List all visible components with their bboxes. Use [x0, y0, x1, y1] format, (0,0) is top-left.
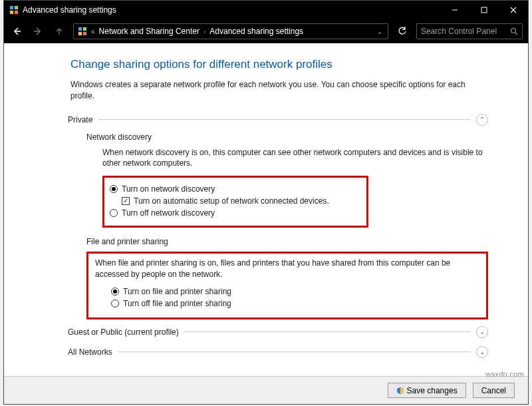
- breadcrumb-item[interactable]: Network and Sharing Center: [99, 27, 200, 36]
- expand-icon[interactable]: ⌄: [476, 346, 488, 358]
- radio-file-printer-off[interactable]: Turn off file and printer sharing: [111, 299, 479, 308]
- control-panel-icon: [78, 27, 87, 36]
- file-printer-heading: File and printer sharing: [86, 237, 488, 246]
- checkbox-checked-icon: ✓: [122, 197, 130, 205]
- file-printer-description: When file and printer sharing is on, fil…: [95, 258, 479, 280]
- window-frame: Advanced sharing settings: [3, 0, 529, 405]
- section-private[interactable]: Private ⌃: [68, 114, 488, 126]
- page-title: Change sharing options for different net…: [70, 58, 488, 71]
- section-label: All Networks: [68, 347, 112, 357]
- search-placeholder: Search Control Panel: [421, 27, 507, 36]
- minimize-button[interactable]: [440, 1, 469, 19]
- svg-point-9: [511, 29, 516, 33]
- network-discovery-description: When network discovery is on, this compu…: [102, 147, 488, 170]
- content-area: Change sharing options for different net…: [4, 43, 528, 376]
- svg-rect-0: [10, 6, 13, 9]
- radio-network-discovery-off[interactable]: Turn off network discovery: [110, 208, 361, 218]
- svg-rect-8: [83, 32, 86, 35]
- up-button[interactable]: [52, 24, 66, 39]
- chevron-right-icon: ›: [203, 28, 205, 35]
- radio-selected-icon: [110, 185, 118, 193]
- section-label: Guest or Public (current profile): [68, 327, 179, 337]
- section-label: Private: [68, 115, 92, 124]
- shield-icon: [396, 387, 404, 395]
- radio-selected-icon: [111, 288, 119, 296]
- divider: [98, 119, 471, 120]
- section-guest-public[interactable]: Guest or Public (current profile) ⌄: [68, 326, 488, 338]
- collapse-icon[interactable]: ⌃: [476, 114, 488, 126]
- svg-rect-4: [481, 7, 487, 13]
- radio-label: Turn off file and printer sharing: [123, 299, 231, 308]
- svg-rect-6: [83, 27, 86, 31]
- checkbox-label: Turn on automatic setup of network conne…: [134, 196, 329, 206]
- divider: [118, 351, 471, 352]
- svg-rect-7: [78, 32, 82, 35]
- radio-label: Turn on network discovery: [122, 184, 215, 194]
- radio-label: Turn on file and printer sharing: [123, 287, 231, 296]
- watermark: wsxdn.com: [485, 370, 524, 378]
- maximize-button[interactable]: [469, 1, 499, 19]
- radio-label: Turn off network discovery: [122, 208, 215, 218]
- svg-rect-3: [15, 11, 18, 14]
- breadcrumb-prefix-icon: «: [91, 28, 95, 35]
- window-title: Advanced sharing settings: [23, 5, 440, 15]
- svg-rect-2: [10, 11, 13, 14]
- radio-network-discovery-on[interactable]: Turn on network discovery: [110, 184, 361, 194]
- network-discovery-options: Turn on network discovery ✓ Turn on auto…: [102, 176, 368, 228]
- search-icon: [510, 27, 518, 35]
- button-label: Save changes: [407, 386, 458, 395]
- address-bar[interactable]: « Network and Sharing Center › Advanced …: [73, 23, 388, 39]
- section-all-networks[interactable]: All Networks ⌄: [68, 346, 488, 358]
- breadcrumb-item[interactable]: Advanced sharing settings: [209, 27, 303, 36]
- footer-bar: Save changes Cancel: [4, 376, 528, 404]
- checkbox-auto-setup[interactable]: ✓ Turn on automatic setup of network con…: [122, 196, 361, 206]
- button-label: Cancel: [481, 386, 506, 395]
- refresh-button[interactable]: [395, 24, 410, 39]
- file-printer-block: When file and printer sharing is on, fil…: [86, 252, 488, 319]
- cancel-button[interactable]: Cancel: [473, 383, 515, 398]
- radio-unselected-icon: [110, 209, 118, 217]
- search-input[interactable]: Search Control Panel: [416, 23, 523, 39]
- navigation-bar: « Network and Sharing Center › Advanced …: [4, 19, 528, 43]
- control-panel-icon: [9, 5, 19, 15]
- radio-file-printer-on[interactable]: Turn on file and printer sharing: [111, 287, 479, 296]
- close-button[interactable]: [499, 1, 528, 19]
- back-button[interactable]: [9, 24, 24, 39]
- svg-rect-5: [78, 27, 82, 31]
- radio-unselected-icon: [111, 300, 119, 307]
- save-changes-button[interactable]: Save changes: [388, 383, 466, 398]
- page-description: Windows creates a separate network profi…: [70, 79, 488, 102]
- expand-icon[interactable]: ⌄: [476, 326, 488, 338]
- divider: [184, 331, 471, 332]
- titlebar: Advanced sharing settings: [4, 1, 528, 19]
- network-discovery-heading: Network discovery: [86, 132, 488, 142]
- window-controls: [440, 1, 528, 19]
- chevron-down-icon[interactable]: ⌄: [377, 28, 382, 35]
- forward-button[interactable]: [31, 24, 45, 39]
- svg-rect-1: [15, 6, 18, 9]
